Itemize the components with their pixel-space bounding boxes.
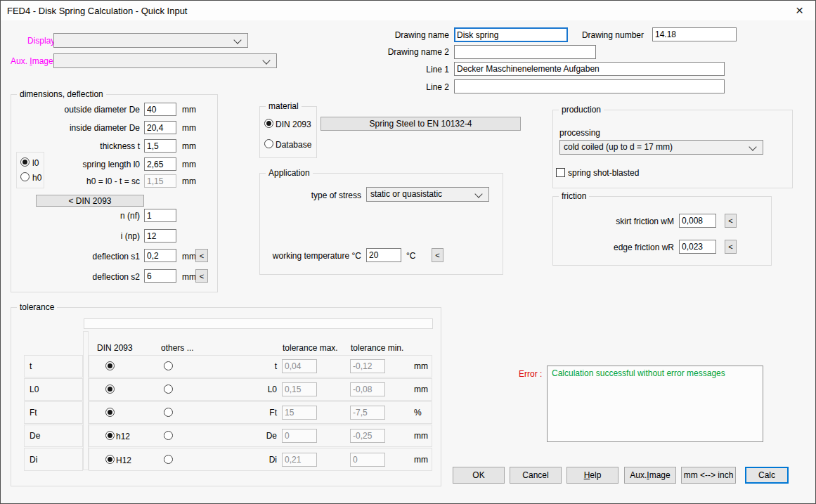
aux-image-button[interactable]: Aux. Image (624, 467, 676, 484)
aux-image-combobox[interactable] (53, 53, 277, 68)
processing-value: cold coiled (up to d = 17 mm) (564, 142, 673, 152)
tolerance-di-others-radio[interactable] (164, 455, 173, 464)
thickness-input[interactable] (144, 139, 176, 153)
i-np-input[interactable] (144, 229, 176, 243)
temperature-pick-button[interactable]: < (432, 248, 443, 262)
skirt-friction-input[interactable] (679, 214, 716, 228)
display-label: Display (27, 36, 55, 46)
tolerance-di-din-suffix: H12 (116, 455, 131, 465)
thickness-label: thickness t (100, 141, 140, 151)
processing-combobox[interactable]: cold coiled (up to d = 17 mm) (559, 140, 763, 155)
material-group-title: material (266, 101, 302, 111)
tolerance-row-label: L0 (30, 385, 39, 394)
material-steel-button[interactable]: Spring Steel to EN 10132-4 (320, 117, 521, 131)
tolerance-row-label: De (30, 431, 40, 441)
edge-friction-pick-button[interactable]: < (725, 240, 737, 254)
line1-input[interactable] (454, 62, 725, 76)
deflection-s2-label: deflection s2 (93, 272, 140, 282)
tolerance-di-max-input (282, 453, 317, 467)
drawing-name2-input[interactable] (454, 45, 596, 59)
spring-length-unit: mm (182, 160, 196, 169)
deflection-s1-label: deflection s1 (93, 252, 140, 261)
tolerance-t-unit: mm (414, 361, 428, 371)
tolerance-t-min-input (350, 359, 385, 373)
skirt-friction-pick-button[interactable]: < (725, 214, 737, 228)
h0-unit: mm (182, 176, 196, 186)
inside-diameter-label: inside diameter De (70, 123, 140, 133)
calc-button[interactable]: Calc (745, 467, 789, 484)
drawing-name-input[interactable] (454, 27, 568, 42)
close-button[interactable]: × (784, 1, 815, 20)
s2-pick-button[interactable]: < (195, 269, 208, 283)
inside-diameter-input[interactable] (144, 121, 176, 134)
tolerance-t-field-label: t (275, 361, 277, 371)
deflection-s1-input[interactable] (144, 249, 176, 262)
tolerance-de-max-input (282, 429, 317, 443)
edge-friction-input[interactable] (679, 240, 716, 254)
outside-unit: mm (182, 105, 196, 115)
friction-group-title: friction (559, 191, 589, 201)
tolerance-ft-others-radio[interactable] (164, 408, 173, 417)
tolerance-de-min-input (350, 429, 385, 443)
close-icon: × (796, 3, 803, 18)
n-nf-input[interactable] (144, 209, 176, 222)
l0-radio[interactable] (20, 157, 30, 167)
tolerance-header-others: others ... (161, 343, 194, 353)
display-combobox[interactable] (53, 33, 248, 48)
type-of-stress-combobox[interactable]: static or quasistatic (366, 187, 489, 202)
material-din-radio[interactable] (264, 119, 273, 128)
tolerance-di-min-input (350, 453, 385, 467)
cancel-button[interactable]: Cancel (510, 467, 562, 484)
mm-inch-button[interactable]: mm <--> inch (681, 467, 736, 484)
tolerance-header-min: tolerance min. (351, 343, 403, 353)
din-2093-button[interactable]: < DIN 2093 (36, 195, 144, 207)
drawing-name2-label: Drawing name 2 (388, 47, 449, 57)
tolerance-t-din-radio[interactable] (105, 361, 115, 370)
tolerance-de-field-label: De (266, 431, 277, 441)
drawing-number-input[interactable] (652, 27, 737, 41)
s1-pick-button[interactable]: < (195, 249, 208, 262)
line1-label: Line 1 (426, 65, 449, 75)
working-temperature-label: working temperature °C (273, 251, 361, 261)
tolerance-ft-unit: % (414, 408, 422, 418)
deflection-s2-input[interactable] (144, 269, 176, 283)
type-of-stress-label: type of stress (311, 190, 361, 200)
tolerance-de-others-radio[interactable] (164, 431, 173, 440)
tolerance-l0-unit: mm (414, 385, 428, 394)
tolerance-di-field-label: Di (269, 455, 277, 465)
outside-diameter-input[interactable] (144, 103, 176, 116)
tolerance-ft-din-radio[interactable] (105, 408, 115, 417)
tolerance-di-unit: mm (414, 455, 428, 465)
tolerance-row-label-cell (24, 355, 83, 377)
outside-diameter-label: outside diameter De (65, 105, 140, 115)
tolerance-de-din-radio[interactable] (105, 431, 115, 440)
material-database-radio[interactable] (264, 139, 273, 148)
help-button[interactable]: Help (566, 467, 619, 484)
tolerance-left-strip (83, 331, 89, 470)
tolerance-header-din: DIN 2093 (97, 343, 133, 353)
tolerance-l0-din-radio[interactable] (105, 385, 115, 394)
tolerance-de-unit: mm (414, 431, 428, 441)
tolerance-l0-others-radio[interactable] (164, 385, 173, 394)
i-np-label: i (np) (121, 231, 140, 241)
error-label: Error : (519, 369, 542, 379)
tolerance-de-din-suffix: h12 (116, 432, 130, 441)
material-database-radio-label: Database (276, 140, 311, 150)
tolerance-t-others-radio[interactable] (164, 361, 173, 370)
h0-radio[interactable] (20, 172, 30, 181)
ok-button[interactable]: OK (453, 467, 505, 484)
s1-unit: mm (182, 252, 196, 261)
line2-input[interactable] (454, 79, 725, 93)
tolerance-row-label: t (30, 361, 32, 371)
thickness-unit: mm (182, 141, 196, 151)
drawing-number-label: Drawing number (582, 30, 644, 40)
tolerance-row-label: Di (30, 455, 37, 465)
working-temperature-input[interactable] (366, 248, 401, 262)
shot-blasted-checkbox[interactable] (556, 168, 565, 177)
tolerance-header-max: tolerance max. (283, 343, 338, 353)
tolerance-di-din-radio[interactable] (105, 455, 115, 464)
inside-unit: mm (182, 123, 196, 133)
spring-length-input[interactable] (144, 157, 176, 171)
chevron-down-icon (749, 143, 756, 150)
material-din-radio-label: DIN 2093 (276, 119, 311, 129)
